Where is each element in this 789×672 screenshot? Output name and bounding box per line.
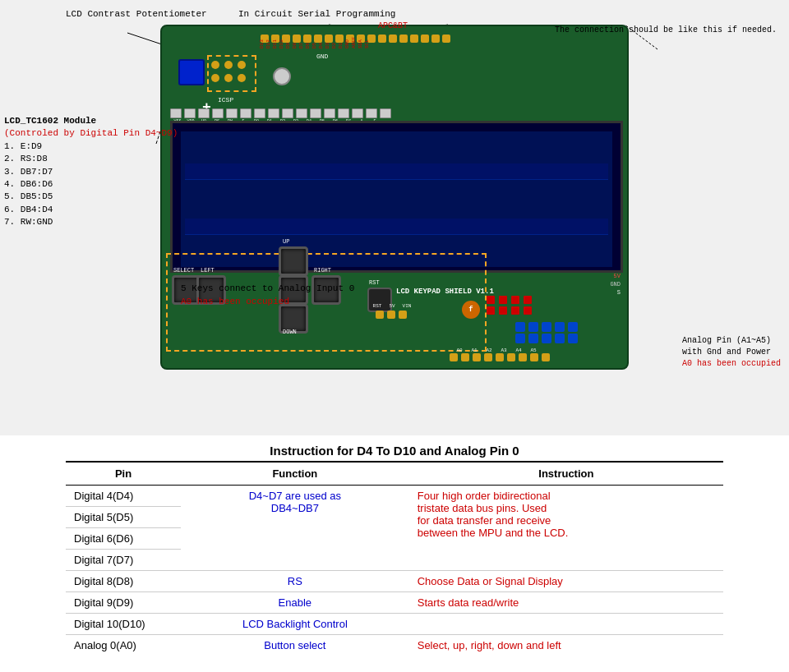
power-indicator: + [178,59,205,85]
lcd-pin-6: 6. DB4:D4 [4,204,178,216]
lcd-pin-1: 1. E:D9 [4,140,178,153]
header-instruction: Instruction [409,463,723,486]
component-circle [273,67,291,85]
right-label: RIGHT [314,267,331,274]
instruction-section: Instruction for D4 To D10 and Analog Pin… [0,435,789,664]
connection-note: The connection should be like this if ne… [555,25,777,36]
five-keys-note: A0 has been occupied [181,296,354,308]
instruction-table: Pin Function Instruction Digital 4(D4) D… [66,463,723,656]
five-keys-text: 5 Keys connect to Analog Input 0 [181,283,354,295]
instr-a0: Select, up, right, down and left [409,635,723,656]
lcd-pin-7: 7. RW:GND [4,216,178,228]
five-keys-annotation: 5 Keys connect to Analog Input 0 A0 has … [181,283,354,308]
capacitor-area [515,322,579,343]
header-pin: Pin [66,463,181,486]
pin-d7: Digital 7(D7) [66,550,181,571]
power-labels-right: 5V GND S [610,273,621,296]
instruction-title: Instruction for D4 To D10 and Analog Pin… [66,444,723,463]
table-row: Digital 9(D9) Enable Starts data read/wr… [66,592,723,614]
pin-d9: Digital 9(D9) [66,592,181,614]
lcd-screen [170,121,623,273]
func-a0: Button select [181,635,409,656]
up-label: UP [283,238,289,245]
up-button[interactable] [279,246,308,276]
select-label: SELECT [173,267,194,274]
pin-d4: Digital 4(D4) [66,486,181,507]
table-row: Digital 8(D8) RS Choose Data or Signal D… [66,571,723,592]
func-d4-d7: D4~D7 are used asDB4~DB7 [181,486,409,571]
instr-d4-d7: Four high order bidirectionaltristate da… [409,486,723,571]
diagram-area: D13 D12 D11 D10 D9 D8 D7 D6 D5 D4 D3 D2 … [0,0,789,435]
gnd-label: GND [316,53,328,60]
pin-d10: Digital 10(D10) [66,614,181,635]
instr-d8: Choose Data or Signal Display [409,571,723,592]
pin-d5: Digital 5(D5) [66,507,181,528]
func-d8: RS [181,571,409,592]
lcd-display [181,131,612,267]
analog-right-title: Analog Pin (A1~A5) [682,335,781,347]
down-label: DOWN [283,329,297,335]
rst-5v-vin-labels: RST 5V VIN [371,303,413,309]
icsp-annotation: In Circuit Serial Programming [238,8,395,21]
table-row: Digital 4(D4) D4~D7 are used asDB4~DB7 F… [66,486,723,507]
lcd-module-sub: (Controled by Digital Pin D4~D9) [4,127,178,140]
instr-d9: Starts data read/write [409,592,723,614]
shield-label: LCD KEYPAD SHIELD V1.1 [396,288,494,296]
rst-5v-vin-pins [376,311,407,319]
rst-label: RST [369,279,380,286]
analog-pin-labels: A0A1 A2A3 A4A5 [454,348,539,353]
lcd-module-annotation: LCD_TC1602 Module (Controled by Digital … [4,115,178,229]
pcb-board: D13 D12 D11 D10 D9 D8 D7 D6 D5 D4 D3 D2 … [160,25,629,370]
lcd-pin-5: 5. DB5:D5 [4,191,178,203]
top-digital-labels: D13 D12 D11 D10 D9 D8 D7 D6 D5 D4 D3 D2 … [259,28,370,48]
lcd-pin-2: 2. RS:D8 [4,153,178,165]
analog-right-annotation: Analog Pin (A1~A5) with Gnd and Power A0… [682,335,781,370]
table-row: Digital 10(D10) LCD Backlight Control [66,614,723,635]
instr-d10 [409,614,723,635]
bottom-gold-pins [450,353,550,361]
fritzing-logo: f [462,301,480,319]
pin-d6: Digital 6(D6) [66,528,181,550]
led-array [487,296,533,315]
func-d9: Enable [181,592,409,614]
analog-right-sub: with Gnd and Power [682,347,781,358]
apcbt-annotation: APC&BT [378,21,408,32]
left-label: LEFT [201,267,215,274]
lcd-pin-3: 3. DB7:D7 [4,166,178,178]
lcd-pin-4: 4. DB6:D6 [4,178,178,191]
pin-d8: Digital 8(D8) [66,571,181,592]
icsp-pins [211,61,249,85]
analog-right-note: A0 has been occupied [682,358,781,370]
header-function: Function [181,463,409,486]
icsp-text-label: ICSP [218,96,233,104]
pin-a0: Analog 0(A0) [66,635,181,656]
lcd-module-title: LCD_TC1602 Module [4,115,178,127]
table-row: Analog 0(A0) Button select Select, up, r… [66,635,723,656]
func-d10: LCD Backlight Control [181,614,409,635]
lcd-contrast-annotation: LCD Contrast Potentiometer [66,8,207,21]
